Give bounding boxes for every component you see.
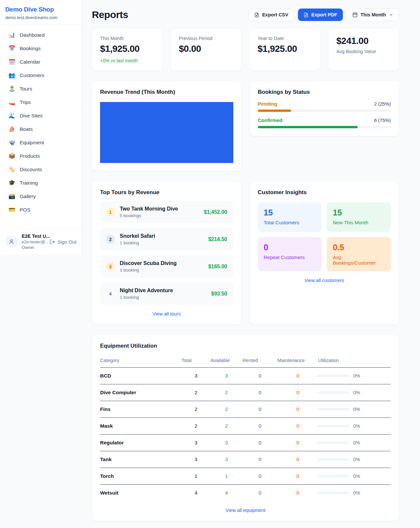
equipment-table-header: Category Total Available Rented Maintena… (100, 354, 391, 368)
tour-name: Snorkel Safari (120, 233, 203, 239)
tour-revenue: $1,452.00 (204, 209, 227, 215)
cell-category: Fins (100, 401, 181, 418)
status-bar-fill (258, 126, 358, 128)
main-content: Reports Export CSV Export PDF This Month (82, 0, 420, 528)
col-utilization: Utilization (318, 354, 391, 368)
cell-available: 2 (211, 401, 242, 418)
period-dropdown[interactable]: This Month (347, 9, 399, 21)
sign-out-label: Sign Out (57, 239, 76, 245)
tour-row: 2 Snorkel Safari 1 booking $214.50 (100, 228, 233, 250)
sidebar-item-label: Products (20, 153, 40, 159)
sidebar-item-tours[interactable]: 🏝️ Tours (3, 82, 79, 95)
calendar-icon (352, 12, 358, 17)
cell-utilization: 0% (318, 485, 391, 501)
tag-icon: 🏷️ (8, 166, 16, 173)
view-all-equipment-link[interactable]: View all equipment (100, 508, 391, 513)
header-actions: Export CSV Export PDF This Month (249, 9, 399, 21)
insight-value: 15 (264, 208, 316, 217)
brand-block: Demo Dive Shop demo.test.divestreams.com (0, 0, 82, 25)
cell-maintenance: 0 (277, 468, 318, 485)
cell-category: Regulator (100, 435, 181, 451)
tour-row: 1 Two Tank Morning Dive 5 bookings $1,45… (100, 201, 233, 223)
table-row: Wetsuit 4 4 0 0 0% (100, 485, 391, 501)
tour-name: Discover Scuba Diving (120, 260, 203, 266)
sidebar-item-dashboard[interactable]: 📊 Dashboard (3, 28, 79, 42)
cell-rented: 0 (242, 401, 277, 418)
sidebar-item-bookings[interactable]: 📅 Bookings (3, 42, 79, 55)
cell-total: 3 (181, 435, 211, 451)
cell-rented: 0 (242, 418, 277, 435)
table-row: Torch 1 1 0 0 0% (100, 468, 391, 485)
cell-available: 2 (211, 418, 242, 435)
equipment-utilization-panel: Equipment Utilization Category Total Ava… (92, 335, 399, 521)
cell-total: 3 (181, 451, 211, 468)
sidebar-item-boats[interactable]: ⛵ Boats (3, 122, 79, 136)
cell-maintenance: 0 (277, 435, 318, 451)
col-maintenance: Maintenance (277, 354, 318, 368)
sidebar-item-customers[interactable]: 👥 Customers (3, 69, 79, 82)
bar-chart-icon: 📊 (8, 31, 16, 38)
cell-total: 4 (181, 485, 211, 501)
revenue-trend-title: Revenue Trend (This Month) (100, 89, 233, 95)
bookings-by-status-title: Bookings by Status (258, 89, 391, 95)
equipment-utilization-title: Equipment Utilization (100, 343, 391, 349)
sidebar-item-label: Training (20, 180, 38, 186)
equipment-table: Category Total Available Rented Maintena… (100, 354, 391, 501)
cell-total: 2 (181, 418, 211, 435)
sidebar-item-training[interactable]: 🎓 Training (3, 176, 79, 190)
sidebar: Demo Dive Shop demo.test.divestreams.com… (0, 0, 82, 254)
sidebar-item-products[interactable]: 📦 Products (3, 149, 79, 163)
sidebar-item-equipment[interactable]: 🤿 Equipment (3, 136, 79, 149)
cell-rented: 0 (242, 485, 277, 501)
cell-rented: 0 (242, 435, 277, 451)
export-pdf-button[interactable]: Export PDF (298, 9, 343, 21)
insight-label: Repeat Customers (264, 254, 316, 260)
calendar-pad-icon: 🗓️ (8, 58, 16, 65)
sidebar-nav: 📊 Dashboard 📅 Bookings 🗓️ Calendar 👥 Cus… (0, 25, 82, 229)
wave-icon: 🌊 (8, 112, 16, 119)
cell-rented: 0 (242, 384, 277, 401)
cell-category: Mask (100, 418, 181, 435)
sidebar-item-trips[interactable]: 🚤 Trips (3, 95, 79, 109)
package-icon: 📦 (8, 152, 16, 159)
diving-mask-icon: 🤿 (8, 139, 16, 146)
user-role: Owner (22, 245, 46, 250)
export-csv-button[interactable]: Export CSV (249, 9, 294, 21)
status-label: Confirmed (258, 117, 283, 123)
user-name: E2E Test U... (22, 234, 46, 239)
table-row: Dive Computer 2 2 0 0 0% (100, 384, 391, 401)
sidebar-item-label: Tours (20, 86, 32, 92)
brand-title[interactable]: Demo Dive Shop (5, 6, 76, 13)
sidebar-item-label: Customers (20, 72, 44, 78)
sidebar-item-gallery[interactable]: 📸 Gallery (3, 190, 79, 203)
brand-domain: demo.test.divestreams.com (5, 15, 76, 20)
view-all-tours-link[interactable]: View all tours (100, 311, 233, 316)
col-rented: Rented (242, 354, 277, 368)
charts-row: Revenue Trend (This Month) Bookings by S… (92, 81, 399, 171)
cell-maintenance: 0 (277, 418, 318, 435)
sign-out-button[interactable]: Sign Out (50, 239, 76, 245)
user-email: e2e-tester@... (22, 239, 46, 244)
cell-maintenance: 0 (277, 401, 318, 418)
cell-utilization: 0% (318, 418, 391, 435)
person-icon (9, 239, 14, 245)
page-title: Reports (92, 9, 128, 20)
people-icon: 👥 (8, 72, 16, 79)
sidebar-item-pos[interactable]: 💳 POS (3, 203, 79, 216)
cell-available: 3 (211, 435, 242, 451)
insight-tile-repeat-customers: 0 Repeat Customers (258, 237, 322, 271)
table-row: Regulator 3 3 0 0 0% (100, 435, 391, 451)
island-icon: 🏝️ (8, 85, 16, 92)
file-download-icon (304, 12, 308, 17)
sidebar-item-discounts[interactable]: 🏷️ Discounts (3, 163, 79, 176)
tour-revenue: $93.50 (211, 291, 227, 297)
stat-label: This Month (100, 36, 155, 41)
sidebar-item-dive-sites[interactable]: 🌊 Dive Sites (3, 109, 79, 122)
insight-value: 15 (333, 208, 385, 217)
stat-card-this-month: This Month $1,925.00 +0% vs last month (92, 28, 163, 71)
sidebar-item-calendar[interactable]: 🗓️ Calendar (3, 55, 79, 69)
view-all-customers-link[interactable]: View all customers (258, 278, 391, 283)
status-bar-track (258, 126, 391, 128)
status-row-pending: Pending 2 (25%) (258, 101, 391, 112)
avatar (5, 235, 18, 248)
